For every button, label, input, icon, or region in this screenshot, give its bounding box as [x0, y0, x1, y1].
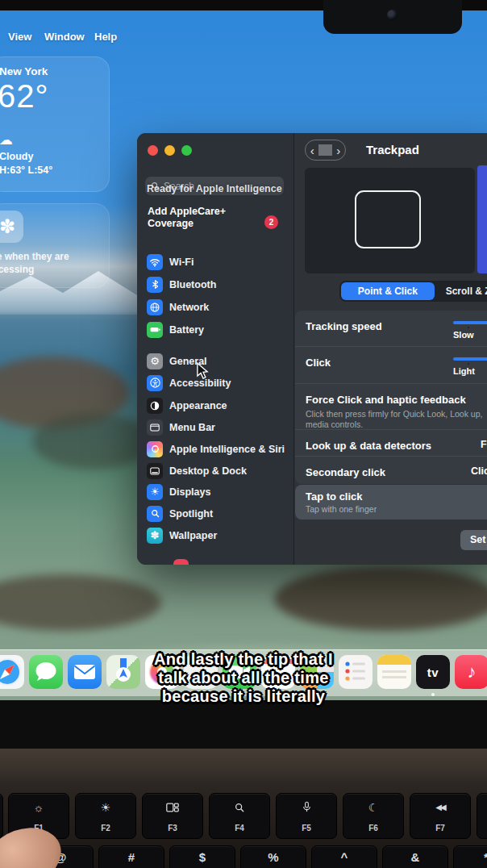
key-f4[interactable]: F4 — [209, 793, 270, 839]
key-f2[interactable]: ☀ F2 — [75, 793, 136, 839]
menu-item-window[interactable]: Window — [44, 31, 85, 43]
row-label: Force Click and haptic feedback — [306, 394, 466, 406]
key-symbol: & — [383, 850, 447, 864]
focus-moon-icon: ☾ — [343, 800, 403, 815]
privacy-flower-icon: ✽ — [0, 211, 23, 243]
key-symbol: ^ — [312, 850, 377, 864]
clipped-red-icon — [173, 559, 189, 565]
privacy-text-line2: ccessing — [0, 264, 34, 275]
zoom-button[interactable] — [181, 145, 192, 156]
key-6[interactable]: ^ — [311, 845, 377, 868]
key-label: F3 — [143, 824, 202, 833]
weather-condition: Cloudy — [0, 151, 33, 162]
sidebar-item-general[interactable]: ⚙ General — [142, 351, 289, 371]
key-f6[interactable]: ☾ F6 — [343, 793, 404, 839]
caption-line-3: because it is literally — [0, 687, 487, 706]
menu-item-view[interactable]: View — [8, 31, 31, 43]
sidebar-item-label: Displays — [169, 486, 210, 498]
sidebar-item-wallpaper[interactable]: ✽ Wallpaper — [142, 525, 289, 545]
wallpaper-rock — [32, 413, 153, 469]
row-label: Look up & data detectors — [306, 440, 431, 452]
slider-min-label: Slow — [453, 330, 474, 340]
row-subtitle: Tap with one finger — [306, 504, 487, 515]
dictation-mic-icon — [277, 800, 336, 815]
key-label: F6 — [343, 824, 403, 833]
key-5[interactable]: % — [240, 845, 306, 868]
row-label: Tracking speed — [306, 320, 382, 332]
sidebar-item-label: Wallpaper — [169, 530, 217, 541]
row-label: Click — [306, 357, 331, 369]
sidebar-item-desktop-dock[interactable]: Desktop & Dock — [142, 461, 289, 481]
mission-control-icon — [143, 800, 202, 815]
sidebar-item-accessibility[interactable]: Accessibility — [142, 373, 289, 393]
caption-line-2: talk about all the time — [0, 669, 487, 687]
webcam-icon — [387, 10, 398, 20]
menu-item-help[interactable]: Help — [94, 31, 117, 43]
back-button[interactable]: ‹ — [306, 141, 318, 160]
key-label: F5 — [277, 824, 336, 833]
menu-bar-icon — [147, 419, 163, 436]
key-stub-left[interactable] — [0, 793, 3, 839]
forward-button[interactable]: › — [332, 141, 345, 160]
siri-icon — [147, 441, 163, 457]
privacy-widget[interactable]: ✽ re when they are ccessing — [0, 203, 110, 288]
tab-scroll-and-zoom[interactable]: Scroll & Zoom — [435, 286, 487, 297]
weather-widget[interactable]: New York 62° ☁ Cloudy H:63° L:54° — [0, 56, 110, 192]
dropdown-value[interactable]: Fo — [481, 439, 487, 450]
key-f5[interactable]: F5 — [276, 793, 337, 839]
sidebar-item-spotlight[interactable]: Spotlight — [142, 503, 289, 524]
sidebar-item-displays[interactable]: ☀ Displays — [142, 482, 289, 502]
key-3[interactable]: # — [98, 845, 164, 868]
sidebar-item-label: Network — [169, 302, 209, 313]
close-button[interactable] — [148, 145, 158, 156]
key-label: F2 — [76, 824, 135, 833]
tap-to-click-row[interactable]: Tap to click Tap with one finger — [295, 485, 487, 520]
trackpad-preview-video — [305, 168, 475, 273]
sidebar-item-label: Wi-Fi — [169, 257, 194, 268]
tracking-speed-row: Tracking speed Slow — [295, 311, 487, 347]
settings-sidebar: Search Ready for Apple Intelligence Add … — [137, 133, 294, 565]
tab-point-and-click[interactable]: Point & Click — [341, 282, 435, 300]
globe-icon — [147, 299, 163, 315]
applecare-banner[interactable]: Add AppleCare+ Coverage — [148, 206, 252, 230]
set-up-button[interactable]: Set — [460, 530, 487, 550]
display-sun-icon: ☀ — [147, 484, 163, 500]
magnifier-icon — [147, 506, 163, 522]
sidebar-item-wifi[interactable]: Wi-Fi — [142, 252, 289, 272]
accessibility-icon — [147, 375, 163, 391]
sidebar-item-label: Appearance — [169, 400, 227, 411]
desktop-dock-icon — [147, 463, 163, 479]
row-label: Secondary click — [306, 466, 385, 478]
sidebar-item-label: Apple Intelligence & Siri — [169, 444, 285, 455]
sidebar-item-apple-intelligence-siri[interactable]: Apple Intelligence & Siri — [142, 439, 289, 459]
sidebar-item-battery[interactable]: Battery — [142, 319, 289, 340]
notification-badge: 2 — [264, 215, 278, 229]
tracking-speed-slider[interactable] — [453, 321, 487, 324]
sidebar-item-label: Battery — [169, 324, 204, 336]
minimize-button[interactable] — [164, 145, 175, 156]
click-slider[interactable] — [453, 357, 487, 361]
sidebar-item-menu-bar[interactable]: Menu Bar — [142, 417, 289, 437]
video-frame: View Window Help New York 62° ☁ Cloudy H… — [0, 0, 487, 868]
sidebar-item-label: Spotlight — [169, 508, 213, 520]
bluetooth-icon — [147, 277, 163, 293]
settings-group: Tracking speed Slow Click Light Force Cl… — [295, 311, 487, 484]
key-stub-right[interactable] — [477, 793, 487, 839]
key-f3[interactable]: F3 — [142, 793, 203, 839]
key-f7[interactable]: ◀◀ F7 — [410, 793, 471, 839]
key-7[interactable]: & — [382, 845, 448, 868]
cloud-icon: ☁ — [0, 131, 13, 148]
sidebar-item-network[interactable]: Network — [142, 297, 289, 317]
key-4[interactable]: $ — [169, 845, 235, 868]
sidebar-item-bluetooth[interactable]: Bluetooth — [142, 274, 289, 294]
key-8[interactable]: * — [453, 845, 487, 868]
trackpad-outline — [355, 190, 421, 248]
weather-temp: 62° — [0, 78, 49, 115]
sidebar-item-appearance[interactable]: Appearance — [142, 395, 289, 415]
spotlight-search-icon — [210, 800, 269, 815]
force-click-row: Force Click and haptic feedback Click th… — [295, 384, 487, 430]
keyboard: ☼ F1 ☀ F2 F3 F4 F5 ☾ F6 — [0, 787, 487, 868]
key-symbol: # — [99, 850, 164, 864]
wallpaper-rock — [274, 566, 487, 631]
dropdown-value[interactable]: Clic — [471, 465, 487, 477]
